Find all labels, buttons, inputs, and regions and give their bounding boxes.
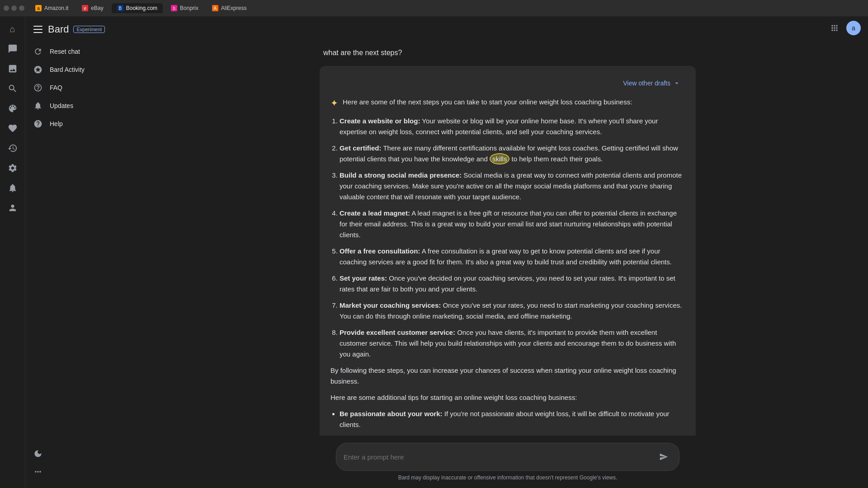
- sidebar-notifications-icon[interactable]: [4, 179, 22, 197]
- response-intro-text: Here are some of the next steps you can …: [343, 97, 632, 108]
- prompt-input[interactable]: [344, 453, 650, 461]
- step-item-7: Market your coaching services: Once you'…: [340, 300, 685, 322]
- updates-icon: [33, 101, 43, 110]
- tab-booking-label: Booking.com: [126, 5, 157, 11]
- faq-icon: [33, 83, 43, 92]
- maximize-dot: [19, 5, 24, 11]
- nav-faq[interactable]: FAQ: [25, 79, 140, 97]
- step-item-4: Create a lead magnet: A lead magnet is a…: [340, 208, 685, 240]
- nav-bard-activity[interactable]: Bard Activity: [25, 61, 140, 79]
- bard-activity-label: Bard Activity: [50, 66, 85, 73]
- sidebar-account-icon[interactable]: [4, 199, 22, 217]
- updates-label: Updates: [50, 102, 73, 109]
- step-item-5: Offer a free consultation: A free consul…: [340, 246, 685, 267]
- step-item-6: Set your rates: Once you've decided on y…: [340, 273, 685, 295]
- tab-bonprix-label: Bonprix: [180, 5, 198, 11]
- tab-ebay-label: eBay: [91, 5, 103, 11]
- google-apps-icon[interactable]: [826, 20, 843, 36]
- summary-text: By following these steps, you can increa…: [330, 365, 685, 387]
- user-avatar[interactable]: a: [846, 21, 861, 35]
- sidebar-palette-icon[interactable]: [4, 99, 22, 117]
- steps-list: Create a website or blog: Your website o…: [330, 116, 685, 436]
- booking-favicon: B: [117, 5, 123, 11]
- response-header: View other drafts: [330, 77, 685, 89]
- tab-amazon[interactable]: a Amazon.it: [30, 3, 74, 13]
- tips-intro-text: Here are some additional tips for starti…: [330, 392, 685, 403]
- hamburger-menu[interactable]: [33, 24, 43, 35]
- tab-amazon-label: Amazon.it: [44, 5, 68, 11]
- app-container: ⌂ B: [0, 16, 868, 488]
- sidebar-history-icon[interactable]: [4, 139, 22, 157]
- input-wrapper: [336, 443, 679, 471]
- step-item-1: Create a website or blog: Your website o…: [340, 116, 685, 137]
- nav-updates[interactable]: Updates: [25, 97, 140, 115]
- input-area: Bard may display inaccurate or offensive…: [147, 436, 868, 488]
- tab-bonprix[interactable]: b Bonprix: [165, 3, 204, 13]
- nav-reset-chat[interactable]: Reset chat: [25, 42, 140, 61]
- amazon-favicon: a: [35, 5, 42, 11]
- user-message: what are the next steps?: [320, 49, 696, 57]
- sidebar-image-icon[interactable]: [4, 60, 22, 78]
- tip-item-2: Be knowledgeable about weight loss: Make…: [340, 434, 685, 436]
- nav-dark-mode[interactable]: [25, 445, 140, 463]
- chat-container: what are the next steps? View other draf…: [309, 49, 707, 436]
- tab-aliexpress[interactable]: A AliExpress: [207, 3, 252, 13]
- tab-aliexpress-label: AliExpress: [221, 5, 247, 11]
- tab-ebay[interactable]: e eBay: [76, 3, 108, 13]
- bard-header: Bard Experiment: [25, 20, 147, 39]
- nav-help[interactable]: Help: [25, 115, 140, 133]
- minimize-dot: [11, 5, 17, 11]
- bard-title: Bard: [48, 23, 69, 35]
- nav-more-options[interactable]: [25, 463, 140, 481]
- faq-label: FAQ: [50, 84, 62, 91]
- disclaimer-text: Bard may display inaccurate or offensive…: [398, 471, 618, 484]
- step-item-8: Provide excellent customer service: Once…: [340, 327, 685, 360]
- chat-area: what are the next steps? View other draf…: [147, 40, 868, 436]
- aliexpress-favicon: A: [212, 5, 218, 11]
- tip-item-1: Be passionate about your work: If you're…: [340, 408, 685, 430]
- view-other-drafts-button[interactable]: View other drafts: [618, 77, 685, 89]
- bard-activity-icon: [33, 65, 43, 74]
- browser-bar: a Amazon.it e eBay B Booking.com b Bonpr…: [0, 0, 868, 16]
- more-icon: [33, 467, 43, 476]
- left-nav: Bard Experiment Reset chat Bard Activity…: [25, 16, 147, 488]
- bonprix-favicon: b: [171, 5, 177, 11]
- step-item-3: Build a strong social media presence: So…: [340, 170, 685, 202]
- help-label: Help: [50, 120, 63, 127]
- view-other-drafts-label: View other drafts: [623, 80, 670, 87]
- nav-bottom: [25, 441, 147, 484]
- dark-mode-icon: [33, 449, 43, 458]
- reset-chat-icon: [33, 47, 43, 56]
- step-item-2: Get certified: There are many different …: [340, 143, 685, 164]
- sidebar-home-icon[interactable]: ⌂: [4, 20, 22, 38]
- reset-chat-label: Reset chat: [50, 48, 80, 55]
- window-controls: [4, 5, 24, 11]
- bard-star-icon: ✦: [330, 98, 338, 108]
- response-card: View other drafts ✦ Here are some of the…: [320, 66, 696, 436]
- response-intro: ✦ Here are some of the next steps you ca…: [330, 97, 685, 108]
- ebay-favicon: e: [82, 5, 88, 11]
- send-button[interactable]: [656, 449, 672, 465]
- top-bar-icons: a: [826, 20, 861, 36]
- top-bar: a: [147, 16, 868, 40]
- tab-booking[interactable]: B Booking.com: [112, 3, 163, 13]
- help-icon: [33, 119, 43, 128]
- sidebar-chat-icon[interactable]: [4, 40, 22, 58]
- experiment-badge: Experiment: [73, 26, 105, 33]
- main-content: a what are the next steps? View other dr…: [147, 16, 868, 488]
- close-dot: [4, 5, 9, 11]
- sidebar-search-icon[interactable]: [4, 80, 22, 98]
- sidebar-icons: ⌂: [0, 16, 25, 488]
- sidebar-heart-icon[interactable]: [4, 119, 22, 137]
- sidebar-settings-icon[interactable]: [4, 159, 22, 177]
